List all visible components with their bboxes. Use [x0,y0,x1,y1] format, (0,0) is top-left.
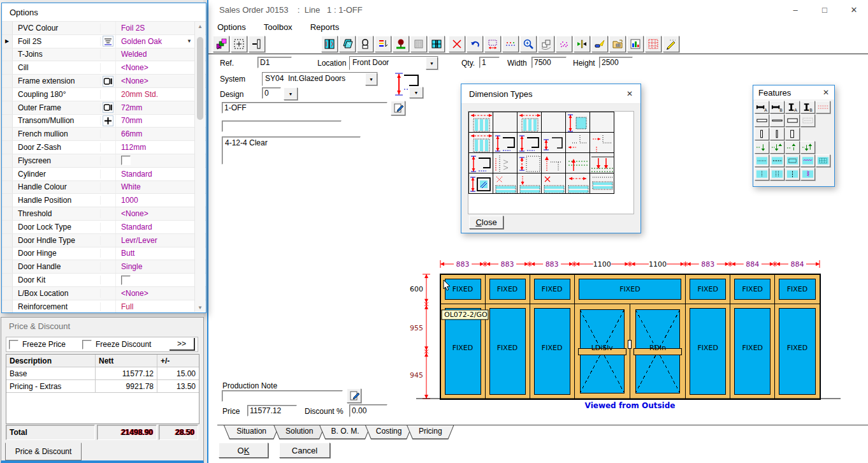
spray-finish-icon[interactable] [556,36,572,52]
feature-span-bar-a-icon[interactable]: A [755,101,769,114]
discount-input[interactable] [349,404,387,417]
dimension-line-icon[interactable] [502,36,519,52]
dimension-type-sill-bars-wide[interactable] [590,173,614,194]
tab-solution[interactable]: Solution [273,425,325,439]
sketch-mode-icon[interactable] [663,36,679,52]
maximize-button[interactable]: □ [810,0,839,19]
feature-hbar-flat-icon[interactable] [770,114,785,127]
ok-button[interactable]: OK [219,443,268,458]
width-input[interactable] [532,57,567,68]
option-row-cylinder[interactable]: CylinderStandard [2,168,206,181]
price-discount-tab[interactable]: Price & Discount [5,443,82,460]
feature-cyan-vdash-icon[interactable] [785,168,800,180]
menu-toolbox[interactable]: Toolbox [264,22,293,32]
option-sort-icon[interactable] [375,36,391,52]
checkbox[interactable] [121,156,131,165]
option-row-reinforcement[interactable]: ReinforcementFull [2,300,206,313]
feature-cyan-dotline-icon[interactable] [755,154,769,167]
feature-hbar-thick-icon[interactable] [785,114,800,127]
dimension-type-cross-ticks-sill[interactable] [493,173,517,194]
close-button[interactable]: ✕ [839,0,868,19]
menu-reports[interactable]: Reports [310,22,340,32]
option-row-handle-colour[interactable]: Handle ColourWhite [2,181,206,195]
option-row-t-joins[interactable]: T-JoinsWelded [2,48,206,62]
rotate-view-icon[interactable] [538,36,554,52]
highlight-icon[interactable] [591,36,608,52]
dimension-type-green-levels-up[interactable] [565,152,590,173]
option-row-threshold[interactable]: Threshold<None> [2,207,206,221]
tab-pricing[interactable]: Pricing [407,425,454,439]
feature-ibeam-b-icon[interactable]: B [800,101,815,114]
checkbox[interactable] [121,276,131,285]
design-dropdown[interactable]: ▼ [284,87,298,100]
glass-spec-box[interactable]: 4-12-4 Clear [222,136,361,165]
cancel-button[interactable]: Cancel [279,443,330,458]
dimension-type-red-up-corner[interactable] [541,152,566,173]
feature-cyan-vline-icon[interactable] [755,168,769,180]
expand-button[interactable]: >> [170,338,195,351]
option-row-pvc-colour[interactable]: PVC ColourFoil 2S [2,22,206,35]
option-row-flyscreen[interactable]: Flyscreen [2,154,206,168]
freeze-discount-checkbox[interactable] [82,340,92,349]
freeze-price-checkbox[interactable] [9,340,18,349]
insert-mullion-icon[interactable] [249,36,265,52]
dimension-type-height-arrow-glass[interactable] [468,173,493,194]
option-row-french-mullion[interactable]: French mullion66mm [2,128,206,141]
glazing-icon[interactable] [339,36,356,52]
feature-green-arrow-double-icon[interactable] [770,141,785,154]
table-row[interactable]: Pricing - Extras9921.7813.50 [6,380,199,393]
feature-cyan-vmagenta-icon[interactable] [800,168,815,180]
option-row-door-hinge[interactable]: Door HingeButt [2,247,206,261]
feature-vbar-thin-icon[interactable] [755,128,769,140]
edit-note-button[interactable] [391,101,405,115]
table-row[interactable]: Base11577.1215.00 [6,367,199,380]
window-design-icon[interactable] [321,36,338,52]
option-row-cill[interactable]: Cill<None> [2,61,206,75]
dimension-type-sill-bars-v-arrow[interactable] [517,173,542,194]
feature-cyan-dotframe-icon[interactable] [785,154,800,167]
dimension-type-corner-offsets[interactable] [565,132,590,153]
dimension-type-sill-bars-h-arrow[interactable] [565,173,590,194]
dimension-type-drop-arrows-green[interactable] [590,152,614,173]
option-row-door-hndle-type[interactable]: Door Hndle TypeLevr/Lever [2,234,206,247]
zoom-icon[interactable] [520,36,537,52]
select-frame-icon[interactable] [231,36,247,52]
option-row-frame-extension[interactable]: Frame extension<None> [2,75,206,88]
line-description2-input[interactable] [222,121,342,132]
dimension-type-height-arrow-small[interactable] [541,132,566,153]
feature-span-bar-b-icon[interactable]: B [770,101,785,114]
minimize-button[interactable]: – [781,0,810,19]
dimension-type-width-chain-hatch[interactable] [468,112,493,133]
cascade-windows-icon[interactable] [213,36,229,52]
dimension-type-width-chain-hatch-3[interactable] [468,132,493,153]
feature-cyan-grid-icon[interactable] [816,154,830,167]
scrollbar-thumb[interactable] [197,37,203,120]
dimension-type-width-chain-hatch-2[interactable] [517,112,542,133]
dimension-type-height-arrow-frame-3[interactable] [468,152,493,173]
line-description-input[interactable] [222,102,387,114]
option-row-l-box-location[interactable]: L/Box Location<None> [2,287,206,300]
lock-profile-icon[interactable] [357,36,373,52]
dimension-type-height-arrow-frame-2[interactable] [517,132,542,153]
chevron-down-icon[interactable]: ▼ [187,38,192,44]
option-row-door-lock-type[interactable]: Door Lock TypeStandard [2,221,206,234]
feature-red-dots-icon[interactable] [816,101,830,114]
feature-vbar-thick-icon[interactable] [785,128,800,140]
tab-situation[interactable]: Situation [224,425,279,439]
feature-vbar-flat-icon[interactable] [770,128,785,140]
menu-options[interactable]: Options [217,22,246,32]
option-row-coupling-180[interactable]: Coupling 180°20mm Std. [2,88,206,101]
feature-cyan-vline-double-icon[interactable] [770,168,785,180]
options-scrollbar[interactable]: ▲ ▼ [194,22,205,312]
undo-icon[interactable] [467,36,483,52]
export-design-icon[interactable] [609,36,626,52]
close-icon[interactable]: ✕ [823,88,829,97]
dimension-type-sill-bars-cross[interactable] [541,173,566,194]
option-row-door-z-sash[interactable]: Door Z-Sash112mm [2,141,206,154]
option-row-door-kit[interactable]: Door Kit [2,274,206,287]
scroll-down-icon[interactable]: ▼ [195,303,205,312]
chevron-down-icon[interactable]: ▼ [426,57,438,70]
dialog-close-button[interactable]: Close [469,216,503,229]
join-frames-icon[interactable] [574,36,590,52]
report-chart-icon[interactable] [627,36,644,52]
